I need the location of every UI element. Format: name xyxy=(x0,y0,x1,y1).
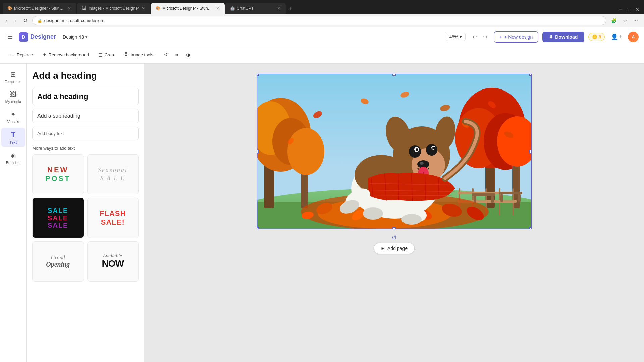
add-heading-text: Add a heading xyxy=(37,92,88,101)
sidebar-text-label: Text xyxy=(10,140,17,144)
left-sidebar: ⊞ Templates 🖼 My media ✦ Visuals T Text … xyxy=(0,64,27,362)
handle-bottom-right[interactable] xyxy=(529,227,532,229)
sidebar-item-my-media[interactable]: 🖼 My media xyxy=(1,88,25,106)
undo-button[interactable]: ↩ xyxy=(470,32,479,42)
panel-heading: Add a heading xyxy=(32,70,139,81)
canvas-frame[interactable] xyxy=(257,74,532,229)
canvas-area[interactable]: ↺ ⊞ Add page xyxy=(144,64,644,362)
flip-button[interactable]: ⇔ xyxy=(172,50,181,59)
sale-line3: SALE xyxy=(48,222,68,229)
image-tools-button[interactable]: 🎛 Image tools xyxy=(119,50,157,60)
sidebar-visuals-label: Visuals xyxy=(7,120,19,124)
tab-3[interactable]: 🎨 Microsoft Designer - Stunning... ✕ xyxy=(151,3,225,14)
handle-middle-right[interactable] xyxy=(529,150,532,153)
zoom-control[interactable]: 48% ▾ xyxy=(446,33,466,41)
available-now-line1: Available xyxy=(102,254,124,258)
replace-button[interactable]: ↔ Replace xyxy=(5,50,37,60)
handle-bottom-left[interactable] xyxy=(257,227,259,229)
handle-bottom-center[interactable] xyxy=(392,227,396,229)
hamburger-button[interactable]: ☰ xyxy=(5,31,15,43)
design-name-chevron[interactable]: ▾ xyxy=(85,35,87,39)
tab-4[interactable]: 🤖 ChatGPT ✕ xyxy=(225,3,286,14)
maximize-button[interactable]: □ xyxy=(625,5,632,14)
handle-top-center[interactable] xyxy=(392,74,396,76)
rotate-button[interactable]: ↺ xyxy=(161,50,170,59)
text-templates-grid: NEW POST Seasonal S A L E SALE SALE xyxy=(32,154,139,282)
sidebar-item-text[interactable]: T Text xyxy=(1,128,25,147)
zoom-chevron: ▾ xyxy=(460,34,462,39)
address-bar[interactable]: 🔒 designer.microsoft.com/design xyxy=(32,16,606,25)
svg-rect-24 xyxy=(474,196,476,203)
tab-2[interactable]: 🖼 Images - Microsoft Designer ✕ xyxy=(77,3,150,14)
download-button[interactable]: ⬇ Download xyxy=(542,32,584,42)
refresh-button[interactable]: ↻ xyxy=(21,16,30,25)
grand-opening-line2: Opening xyxy=(46,261,70,268)
user-avatar[interactable]: A xyxy=(628,32,639,42)
tab-3-close[interactable]: ✕ xyxy=(215,5,220,11)
add-subheading-option[interactable]: Add a subheading xyxy=(32,109,139,123)
svg-point-9 xyxy=(287,128,324,175)
handle-middle-left[interactable] xyxy=(257,150,259,153)
seasonal-sale-text: Seasonal S A L E xyxy=(98,166,128,183)
address-bar-row: ‹ › ↻ 🔒 designer.microsoft.com/design 🧩 … xyxy=(0,14,644,27)
template-new-post[interactable]: NEW POST xyxy=(32,154,84,194)
remove-background-button[interactable]: ✦ Remove background xyxy=(38,50,93,60)
new-post-text: NEW POST xyxy=(45,166,71,183)
sidebar-item-templates[interactable]: ⊞ Templates xyxy=(1,68,25,86)
handle-top-right[interactable] xyxy=(529,74,532,76)
add-page-icon: ⊞ xyxy=(381,246,385,251)
tab-2-close[interactable]: ✕ xyxy=(141,5,146,11)
color-adjust-button[interactable]: ◑ xyxy=(183,50,193,59)
favorites-button[interactable]: ☆ xyxy=(621,17,629,25)
new-design-button[interactable]: + + New design xyxy=(494,31,538,43)
redo-button[interactable]: ↪ xyxy=(480,32,490,42)
back-button[interactable]: ‹ xyxy=(4,16,10,25)
rotate-handle[interactable]: ↺ xyxy=(392,234,397,241)
share-button[interactable]: 👤+ xyxy=(609,31,624,43)
add-page-label: Add page xyxy=(387,246,408,251)
template-seasonal-sale[interactable]: Seasonal S A L E xyxy=(87,154,139,194)
main-content: ⊞ Templates 🖼 My media ✦ Visuals T Text … xyxy=(0,64,644,362)
template-grand-opening[interactable]: Grand Opening xyxy=(32,241,84,282)
new-tab-button[interactable]: + xyxy=(286,4,296,14)
template-flash-sale[interactable]: FLASH SALE! xyxy=(87,198,139,238)
forward-button[interactable]: › xyxy=(12,16,18,25)
coin-icon: 🪙 xyxy=(592,34,597,39)
new-post-line2: POST xyxy=(45,174,71,183)
extensions-button[interactable]: 🧩 xyxy=(609,17,619,25)
tab-1-close[interactable]: ✕ xyxy=(67,5,72,11)
svg-rect-28 xyxy=(518,194,521,202)
add-heading-option[interactable]: Add a heading xyxy=(32,88,139,105)
available-now-text: Available NOW xyxy=(102,254,124,269)
svg-point-52 xyxy=(409,145,421,158)
add-body-option[interactable]: Add body text xyxy=(32,127,139,140)
sidebar-item-brand-kit[interactable]: ◈ Brand kit xyxy=(1,148,25,167)
tab-4-close[interactable]: ✕ xyxy=(276,5,281,11)
undo-redo: ↩ ↪ xyxy=(470,32,490,42)
designer-logo[interactable]: D Designer xyxy=(19,32,56,42)
add-body-text: Add body text xyxy=(37,131,64,136)
template-available-now[interactable]: Available NOW xyxy=(87,241,139,282)
crop-label: Crop xyxy=(105,52,114,57)
template-sale-stacked[interactable]: SALE SALE SALE xyxy=(32,198,84,238)
rotate-icon: ↺ xyxy=(164,52,168,57)
templates-icon: ⊞ xyxy=(10,70,16,78)
minimize-button[interactable]: ─ xyxy=(616,5,624,14)
tab-1[interactable]: 🎨 Microsoft Designer - Stunning... ✕ xyxy=(3,3,76,14)
svg-rect-25 xyxy=(491,196,494,203)
sidebar-item-visuals[interactable]: ✦ Visuals xyxy=(1,108,25,126)
text-icon: T xyxy=(11,130,15,139)
crop-button[interactable]: ⊡ Crop xyxy=(94,50,118,60)
sidebar-templates-label: Templates xyxy=(5,80,21,84)
svg-rect-23 xyxy=(472,193,495,196)
sidebar-brand-kit-label: Brand kit xyxy=(6,161,20,165)
remove-bg-label: Remove background xyxy=(49,52,89,57)
browser-menu[interactable]: ⋯ xyxy=(631,17,640,25)
handle-top-left[interactable] xyxy=(257,74,259,76)
coins-badge[interactable]: 🪙 9 xyxy=(588,33,605,41)
add-page-button[interactable]: ⊞ Add page xyxy=(374,243,415,254)
tab-3-favicon: 🎨 xyxy=(156,6,160,11)
tab-3-title: Microsoft Designer - Stunning... xyxy=(162,6,213,11)
close-button[interactable]: ✕ xyxy=(633,5,641,14)
grand-opening-text: Grand Opening xyxy=(46,255,70,268)
